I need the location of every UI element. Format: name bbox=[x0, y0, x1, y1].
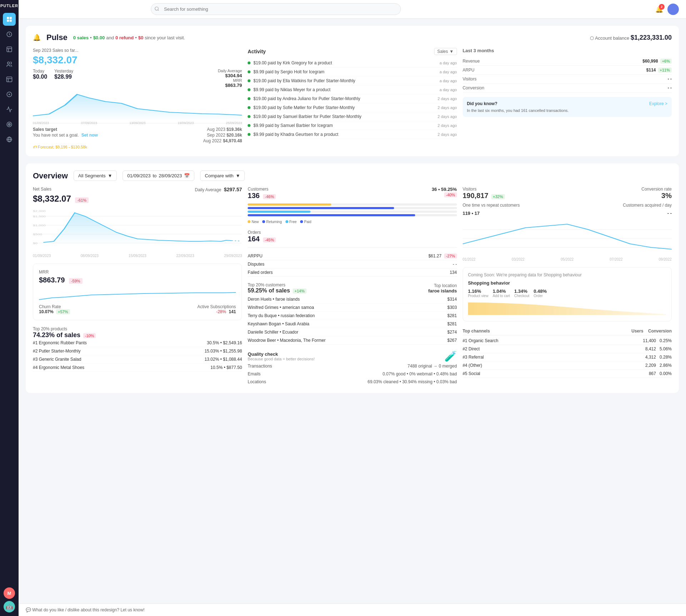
sales-target-desc: You have not set a goal. Set now bbox=[33, 133, 98, 138]
top-customers-header: Top 20% customers 59.25% of sales +14% T… bbox=[248, 282, 457, 294]
sidebar-item-reports[interactable] bbox=[3, 43, 16, 56]
funnel-product-view: 1.16% Product view bbox=[468, 289, 488, 298]
sep-2022-target: Sep 2022 $20.16k bbox=[207, 133, 242, 138]
visitors-x-labels: 01/202203/202205/202207/202209/2022 bbox=[463, 257, 672, 261]
active-subscriptions: Active Subscriptions -28% 141 bbox=[197, 304, 236, 314]
svg-text:$1,500: $1,500 bbox=[33, 215, 46, 218]
customers-right-change: -40% bbox=[444, 192, 457, 197]
top20-change: -10% bbox=[83, 333, 96, 338]
customer-row: Woodrow Beer • Macedonia, The Former$267 bbox=[248, 336, 457, 345]
conversion-rate: Conversion rate 3% bbox=[641, 187, 672, 200]
legend-free-dot bbox=[285, 220, 288, 223]
compare-with-button[interactable]: Compare with ▼ bbox=[200, 171, 245, 181]
overview-grid: Net Sales Daily Average $297.57 $8,332.0… bbox=[33, 187, 672, 386]
activity-filter-button[interactable]: Sales ▼ bbox=[434, 48, 457, 55]
account-balance-label: Account balance bbox=[595, 35, 629, 41]
prog-legend: New Returning Free Paid bbox=[248, 220, 457, 224]
overview-title: Overview bbox=[33, 171, 68, 181]
shopping-card: Coming Soon: We're preparing data for Sh… bbox=[463, 267, 672, 321]
sidebar-item-dashboard[interactable] bbox=[3, 13, 16, 26]
arppu-row: ARPPU $61.27 -27% bbox=[248, 252, 457, 260]
product-row: #2 Putler Starter-Monthly 15.03% • $1,25… bbox=[33, 347, 242, 355]
visitors-header: Visitors 190,817 +32% Conversion rate 3% bbox=[463, 187, 672, 200]
customers-list: Deron Huels • faroe islands$314 Winifred… bbox=[248, 295, 457, 345]
activity-dot bbox=[248, 124, 250, 127]
orders-section: Orders 164 -45% bbox=[248, 230, 457, 248]
quality-check-header: Quality check Because good data = better… bbox=[248, 350, 457, 362]
coming-soon-label: Coming Soon: We're preparing data for Sh… bbox=[468, 272, 666, 277]
legend-new-dot bbox=[248, 220, 250, 223]
user-avatar-header[interactable] bbox=[667, 4, 679, 15]
svg-rect-0 bbox=[7, 17, 9, 19]
search-container bbox=[151, 3, 401, 15]
last3-arpu: ARPU $114+11% bbox=[463, 66, 672, 75]
disputes-row: Disputes - - bbox=[248, 260, 457, 268]
activity-list: $19.00 paid by Kirk Gregory for a produc… bbox=[248, 59, 457, 139]
mrr-stats: Churn Rate 10.07% +57% Active Subscripti… bbox=[39, 304, 236, 314]
pulse-period: Sep 2023 Sales so far... bbox=[33, 48, 242, 53]
channel-row: #3 Referral 4,312 0.28% bbox=[463, 353, 672, 361]
overview-col2: Customers 136 -46% 36 • 59.25% -40% bbox=[248, 187, 457, 386]
quality-icon: 🧪 bbox=[444, 350, 457, 362]
visitors-card: Visitors 190,817 +32% Conversion rate 3%… bbox=[463, 187, 672, 261]
sidebar-item-customers[interactable] bbox=[3, 58, 16, 71]
svg-rect-5 bbox=[7, 47, 12, 52]
sidebar-item-integrations[interactable] bbox=[3, 133, 16, 146]
top-products-header: Top 20% products bbox=[33, 326, 242, 331]
funnel-checkout: 1.34% Checkout bbox=[514, 289, 529, 298]
svg-text:$500: $500 bbox=[33, 233, 43, 236]
product-row: #1 Ergonomic Rubber Pants 30.5% • $2,549… bbox=[33, 339, 242, 347]
pulse-yesterday: Yesterday $28.99 bbox=[54, 69, 73, 88]
visitors-change: +32% bbox=[491, 194, 505, 199]
net-sales-header: Net Sales Daily Average $297.57 bbox=[33, 187, 242, 192]
net-sales-x-labels: 01/09/202308/09/202315/09/202322/09/2023… bbox=[33, 254, 242, 258]
activity-dot bbox=[248, 106, 250, 109]
overview-header: Overview All Segments ▼ 01/09/2023 to 28… bbox=[33, 171, 672, 181]
date-range-picker[interactable]: 01/09/2023 to 28/09/2023 📅 bbox=[123, 171, 194, 181]
search-input[interactable] bbox=[151, 3, 401, 15]
activity-section: Activity Sales ▼ $19.00 paid by Kirk Gre… bbox=[248, 48, 457, 149]
activity-dot bbox=[248, 133, 250, 136]
customers-change: -46% bbox=[263, 194, 276, 199]
sidebar-item-products[interactable] bbox=[3, 73, 16, 86]
churn-change: +57% bbox=[56, 309, 70, 314]
svg-rect-2 bbox=[7, 20, 9, 22]
product-row: #4 Ergonomic Metal Shoes 10.5% • $877.50 bbox=[33, 364, 242, 372]
progress-bars bbox=[248, 203, 457, 216]
pulse-daily-avg: Daily Average $304.94 MRR $863.79 bbox=[218, 69, 242, 88]
activity-item: $19.00 paid by Andrea Juliano for Putler… bbox=[248, 94, 457, 103]
customer-row: Winifred Grimes • american samoa$303 bbox=[248, 304, 457, 312]
svg-text:$0: $0 bbox=[33, 242, 38, 245]
prog-paid bbox=[248, 214, 457, 216]
dyk-header: Did you know? Explore > bbox=[467, 101, 667, 106]
pulse-today: Today $0.00 bbox=[33, 69, 47, 88]
last3-conversion: Conversion - - bbox=[463, 84, 672, 93]
header: 🔔 2 bbox=[19, 0, 686, 19]
sidebar-item-analytics[interactable] bbox=[3, 28, 16, 41]
notification-button[interactable]: 🔔 2 bbox=[655, 5, 663, 13]
activity-dot bbox=[248, 88, 250, 91]
sidebar-item-goals[interactable] bbox=[3, 118, 16, 131]
dyk-explore-button[interactable]: Explore > bbox=[649, 101, 667, 106]
activity-item: $9.99 paid by Samuel Barbier for Icegram… bbox=[248, 121, 457, 130]
aug-2023-target: Aug 2023 $19.36k bbox=[207, 127, 242, 132]
channels-header: Top channels Users Conversion bbox=[463, 327, 672, 335]
sidebar-item-transactions[interactable] bbox=[3, 88, 16, 101]
set-now-button[interactable]: Set now bbox=[81, 133, 98, 138]
customer-row: Deron Huels • faroe islands$314 bbox=[248, 295, 457, 304]
pulse-mini-chart: 01/09/202307/09/202313/09/202319/09/2023… bbox=[33, 91, 242, 119]
activity-dot bbox=[248, 70, 250, 73]
segment-select[interactable]: All Segments ▼ bbox=[74, 171, 117, 181]
orders-change: -45% bbox=[263, 237, 276, 242]
sidebar-item-mrr[interactable] bbox=[3, 103, 16, 116]
customer-row: Keyshawn Bogan • Saudi Arabia$281 bbox=[248, 320, 457, 328]
activity-item: $9.99 paid by Niklas Meyer for a product… bbox=[248, 85, 457, 94]
arppu-change: -27% bbox=[444, 253, 457, 258]
daily-avg: Daily Average $297.57 bbox=[195, 187, 242, 192]
pulse-sales-card: Sep 2023 Sales so far... $8,332.07 Today… bbox=[33, 48, 242, 149]
activity-item: $9.99 paid by Sergio Holt for Icegram a … bbox=[248, 68, 457, 77]
customer-row: Danielle Schiller • Ecuador$274 bbox=[248, 328, 457, 336]
header-right: 🔔 2 bbox=[655, 4, 679, 15]
pulse-grid: Sep 2023 Sales so far... $8,332.07 Today… bbox=[33, 48, 672, 149]
churn-rate: Churn Rate 10.07% +57% bbox=[39, 304, 70, 314]
